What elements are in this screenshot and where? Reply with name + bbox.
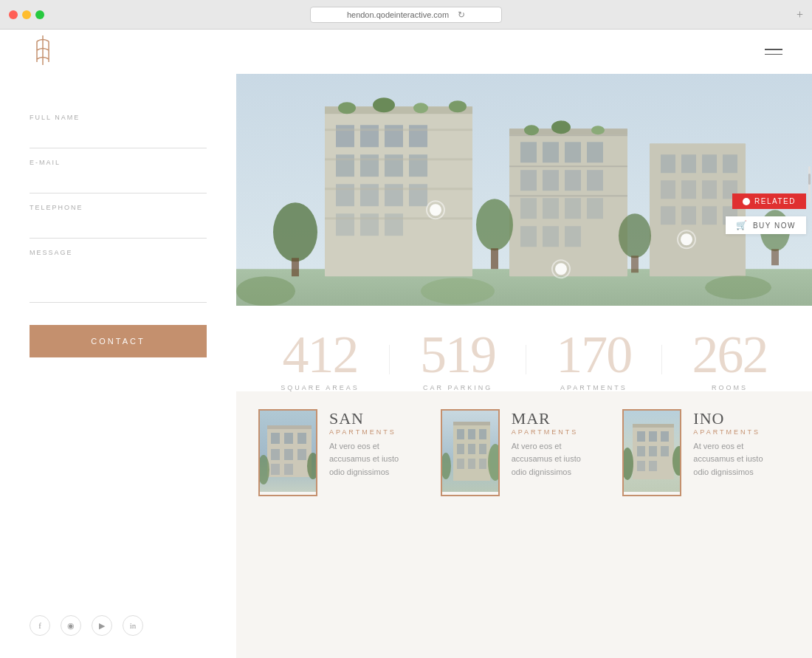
svg-rect-104: [479, 459, 486, 469]
svg-rect-36: [587, 170, 603, 191]
svg-rect-51: [661, 154, 675, 173]
svg-rect-90: [284, 464, 293, 475]
hero-image-section: RELATED 🛒 BUY NOW: [236, 74, 812, 306]
property-type-san: APARTMENTS: [329, 428, 411, 436]
url-text: hendon.qodeinteractive.com: [347, 10, 449, 19]
page: FULL NAME E-MAIL TELEPHONE MESSAGE: [0, 30, 812, 658]
svg-rect-7: [409, 125, 427, 147]
stat-number-apartments: 170: [556, 328, 631, 381]
buy-now-label: BUY NOW: [753, 222, 796, 230]
svg-point-73: [705, 275, 771, 299]
buy-now-pill[interactable]: 🛒 BUY NOW: [726, 216, 806, 234]
related-pill[interactable]: RELATED: [732, 193, 806, 209]
stat-divider-3: [661, 345, 662, 374]
svg-rect-18: [385, 213, 403, 236]
instagram-icon[interactable]: ◉: [61, 615, 81, 636]
svg-rect-114: [649, 446, 657, 456]
svg-rect-66: [491, 248, 498, 269]
telephone-field: TELEPHONE: [30, 193, 207, 239]
svg-rect-113: [637, 446, 645, 456]
message-field: MESSAGE: [30, 239, 207, 303]
svg-rect-85: [297, 433, 306, 444]
svg-rect-19: [325, 128, 472, 131]
svg-rect-97: [468, 429, 475, 439]
stat-label-car-parking: CAR PARKING: [420, 384, 495, 391]
stat-number-rooms: 262: [692, 328, 768, 381]
svg-rect-14: [385, 184, 403, 206]
form-section: FULL NAME E-MAIL TELEPHONE MESSAGE: [30, 103, 207, 303]
svg-rect-95: [453, 422, 490, 425]
svg-rect-44: [509, 134, 627, 136]
property-card-mar[interactable]: MAR APARTMENTS At vero eos et accusamus …: [441, 409, 608, 496]
email-label: E-MAIL: [30, 159, 207, 166]
property-desc-san: At vero eos et accusamus et iusto odio d…: [329, 440, 411, 479]
full-name-input[interactable]: [30, 126, 207, 137]
stat-number-car-parking: 519: [420, 328, 495, 381]
svg-rect-9: [360, 154, 379, 177]
svg-rect-99: [457, 444, 464, 454]
svg-rect-46: [509, 195, 627, 196]
property-desc-mar: At vero eos et accusamus et iusto odio d…: [512, 440, 593, 479]
refresh-icon[interactable]: ↻: [458, 10, 465, 20]
dot-yellow: [22, 10, 31, 19]
top-nav: [0, 30, 812, 74]
browser-dots: [9, 10, 44, 19]
property-card-ino[interactable]: INO APARTMENTS At vero eos et accusamus …: [622, 409, 790, 496]
stat-divider-1: [389, 345, 390, 374]
related-dot-icon: [743, 198, 750, 205]
svg-rect-53: [702, 154, 717, 173]
related-label: RELATED: [754, 197, 796, 205]
svg-rect-35: [565, 170, 581, 191]
facebook-icon[interactable]: f: [30, 615, 50, 636]
new-tab-button[interactable]: +: [796, 8, 803, 21]
linkedin-icon[interactable]: in: [123, 615, 143, 636]
svg-rect-17: [360, 213, 379, 236]
svg-rect-98: [479, 429, 486, 439]
full-name-label: FULL NAME: [30, 114, 207, 121]
property-thumb-ino: [622, 409, 681, 496]
svg-rect-82: [267, 425, 312, 429]
stat-car-parking: 519 CAR PARKING: [420, 328, 495, 391]
email-input[interactable]: [30, 171, 207, 182]
svg-rect-56: [681, 180, 696, 199]
svg-rect-34: [543, 170, 559, 191]
svg-rect-20: [325, 158, 472, 160]
svg-rect-109: [633, 424, 674, 428]
stat-label-square-areas: SQUARE AREAS: [281, 384, 359, 391]
stat-square-areas: 412 SQUARE AREAS: [281, 328, 359, 391]
hamburger-line-1: [765, 49, 782, 50]
svg-rect-96: [457, 429, 464, 439]
svg-rect-11: [409, 154, 427, 177]
property-card-san[interactable]: SAN APARTMENTS At vero eos et accusamus …: [258, 409, 426, 496]
svg-rect-22: [325, 217, 472, 219]
svg-rect-86: [271, 449, 280, 460]
svg-point-48: [551, 120, 571, 134]
svg-rect-84: [284, 433, 293, 444]
stat-apartments: 170 APARTMENTS: [556, 328, 631, 391]
svg-rect-102: [457, 459, 464, 469]
logo[interactable]: [30, 34, 56, 69]
property-info-ino: INO APARTMENTS At vero eos et accusamus …: [693, 409, 775, 496]
svg-rect-10: [385, 154, 403, 177]
property-desc-ino: At vero eos et accusamus et iusto odio d…: [693, 440, 775, 479]
property-type-mar: APARTMENTS: [512, 428, 593, 436]
message-input[interactable]: [30, 259, 207, 289]
property-info-mar: MAR APARTMENTS At vero eos et accusamus …: [512, 409, 593, 496]
svg-point-78: [681, 233, 692, 245]
svg-point-65: [476, 199, 513, 250]
browser-address-bar[interactable]: hendon.qodeinteractive.com ↻: [310, 7, 502, 23]
svg-rect-38: [543, 198, 559, 219]
youtube-icon[interactable]: ▶: [92, 615, 112, 636]
svg-rect-43: [565, 226, 581, 247]
hamburger-menu[interactable]: [765, 49, 782, 55]
stat-number-square-areas: 412: [281, 328, 359, 381]
properties-row: SAN APARTMENTS At vero eos et accusamus …: [258, 409, 790, 496]
svg-rect-41: [520, 226, 537, 247]
full-name-field: FULL NAME: [30, 103, 207, 148]
telephone-input[interactable]: [30, 216, 207, 227]
svg-rect-31: [565, 142, 581, 162]
svg-point-47: [524, 125, 539, 135]
main-content: FULL NAME E-MAIL TELEPHONE MESSAGE: [0, 74, 812, 658]
svg-rect-12: [336, 184, 354, 206]
contact-button[interactable]: CONTACT: [30, 325, 207, 357]
